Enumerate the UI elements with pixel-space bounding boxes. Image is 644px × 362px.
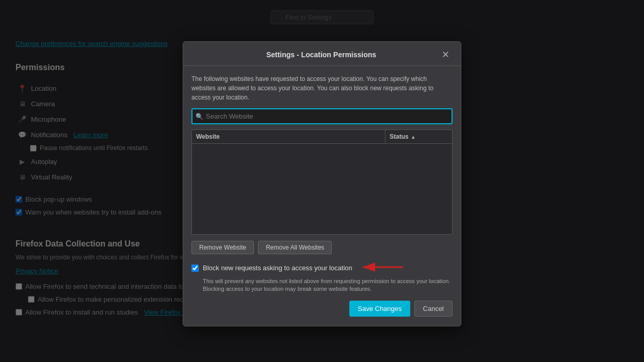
modal-footer: Save Changes Cancel [191,301,453,320]
block-new-requests-checkbox[interactable] [191,265,199,272]
block-new-requests-desc: This will prevent any websites not liste… [191,277,453,293]
modal-close-button[interactable]: ✕ [439,49,453,60]
col-website-header: Website [192,130,385,143]
modal-header: Settings - Location Permissions ✕ [183,42,461,66]
table-header: Website Status ▲ [192,130,452,144]
cancel-button[interactable]: Cancel [414,301,453,317]
sort-arrow-icon: ▲ [411,134,416,140]
modal-description: The following websites have requested to… [191,74,453,102]
search-website-icon: 🔍 [196,113,203,120]
block-new-requests-label: Block new requests asking to access your… [203,264,352,272]
block-new-requests-row: Block new requests asking to access your… [191,261,453,274]
modal-overlay: Settings - Location Permissions ✕ The fo… [0,0,644,362]
search-website-wrapper: 🔍 [191,108,453,124]
search-website-input[interactable] [191,108,453,124]
save-changes-button[interactable]: Save Changes [349,301,410,317]
col-status-header: Status ▲ [385,130,452,143]
modal-body: The following websites have requested to… [183,66,461,326]
location-permissions-modal: Settings - Location Permissions ✕ The fo… [183,41,461,326]
remove-website-button[interactable]: Remove Website [191,241,254,254]
website-table: Website Status ▲ [191,129,453,235]
red-arrow-annotation [357,261,408,274]
remove-all-websites-button[interactable]: Remove All Websites [258,241,332,254]
table-body [192,144,452,234]
modal-title: Settings - Location Permissions [204,51,439,59]
modal-actions: Remove Website Remove All Websites [191,241,453,254]
